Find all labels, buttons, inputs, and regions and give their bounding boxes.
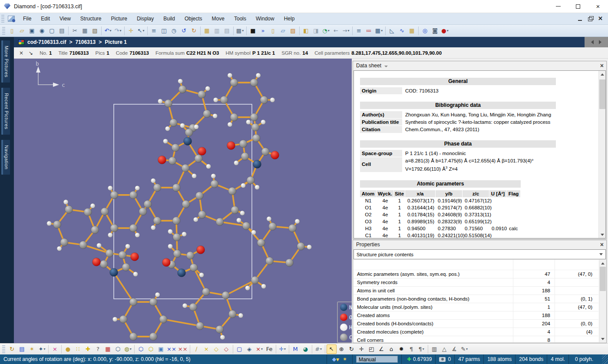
scroll-down-icon[interactable]	[599, 335, 606, 342]
atom-c[interactable]	[203, 110, 211, 118]
back-icon[interactable]: ←	[331, 26, 341, 36]
nav-prev-icon[interactable]	[591, 40, 594, 44]
pencil-icon[interactable]: ✎▾	[459, 344, 469, 354]
atom-h[interactable]	[240, 211, 245, 215]
video-icon[interactable]: ●▾	[440, 26, 450, 36]
atom-c[interactable]	[149, 298, 157, 306]
fill-sphere-icon[interactable]: ●	[63, 344, 73, 354]
atom-c[interactable]	[173, 233, 181, 241]
property-row[interactable]: Created molecules (complete)4(4)	[354, 328, 598, 336]
atom-h[interactable]	[182, 303, 187, 308]
menu-objects[interactable]: Objects	[180, 13, 207, 24]
hex-ring-blue-icon[interactable]: ⬡	[136, 344, 146, 354]
net-blue-icon[interactable]: ××	[166, 344, 177, 354]
atom-o[interactable]	[158, 156, 166, 164]
atom-c[interactable]	[182, 200, 190, 208]
resize-grip[interactable]	[602, 354, 608, 364]
atom-c[interactable]	[211, 180, 218, 188]
dropdown-arrow-icon[interactable]: ▾	[447, 29, 449, 33]
atom-o[interactable]	[197, 246, 205, 254]
fill-cell-icon[interactable]: ▦	[103, 344, 113, 354]
select-mode-icon[interactable]: ↖▾	[136, 26, 146, 36]
dropdown-arrow-icon[interactable]: ▾	[261, 347, 263, 351]
bond-x-icon[interactable]: ×	[202, 344, 211, 354]
atom-c[interactable]	[260, 96, 268, 104]
history-icon[interactable]: ◔▾	[321, 26, 331, 36]
atom-h[interactable]	[135, 233, 140, 238]
atom-c[interactable]	[53, 221, 61, 228]
atom-h[interactable]	[307, 245, 312, 249]
sidebar-tab-recent-pictures[interactable]: Recent Pictures	[1, 88, 10, 135]
document-icon[interactable]	[8, 16, 15, 22]
atom-h[interactable]	[246, 120, 251, 125]
atom-h[interactable]	[57, 246, 62, 251]
atom-h[interactable]	[126, 244, 130, 249]
sidebar-tab-more-pictures[interactable]: More Pictures	[1, 40, 10, 83]
atom-c[interactable]	[169, 119, 177, 127]
minimize-button[interactable]	[548, 0, 568, 13]
atom-c[interactable]	[122, 263, 130, 271]
properties-selector[interactable]: Structure picture contents	[354, 249, 606, 259]
angle-measure-icon[interactable]: ∡	[449, 344, 459, 354]
atom-table-row[interactable]: H34e10.945000.278300.715600.0910calc	[360, 225, 521, 232]
delete-red-icon[interactable]: ×▾	[254, 344, 264, 354]
dropdown-arrow-icon[interactable]: ▾	[284, 347, 286, 351]
menu-edit[interactable]: Edit	[36, 13, 55, 24]
atom-h[interactable]	[228, 73, 232, 78]
scroll-up-icon[interactable]	[599, 71, 606, 78]
atom-c[interactable]	[153, 184, 161, 192]
fill-molecule-icon[interactable]: ⬡	[113, 344, 123, 354]
breadcrumb-file[interactable]: cod-7106313.cif	[27, 39, 66, 45]
atom-h[interactable]	[245, 286, 250, 291]
scroll-thumb[interactable]	[600, 267, 606, 291]
atom-h[interactable]	[220, 335, 225, 340]
atom-h[interactable]	[193, 217, 198, 222]
atom-c[interactable]	[79, 241, 87, 249]
atom-c[interactable]	[119, 315, 127, 323]
atom-h[interactable]	[213, 113, 218, 118]
menu-move[interactable]: Move	[207, 13, 229, 24]
atom-c[interactable]	[172, 144, 179, 152]
table-redo-icon[interactable]: ▤	[222, 26, 232, 36]
atom-table-row[interactable]: O24e10.01784(15)0.24608(9)0.37313(11)	[360, 211, 521, 218]
toolbar-drag-handle-3[interactable]	[2, 345, 5, 353]
atom-h[interactable]	[180, 123, 185, 128]
atom-c[interactable]	[196, 322, 204, 330]
atom-c[interactable]	[288, 224, 296, 232]
print-icon[interactable]: ▤	[57, 26, 67, 36]
dropdown-arrow-icon[interactable]: ▾	[119, 29, 121, 33]
atom-n[interactable]	[178, 269, 186, 277]
atom-h[interactable]	[63, 200, 68, 205]
atom-h[interactable]	[178, 79, 183, 83]
bond-create-icon[interactable]: ∕	[192, 344, 202, 354]
atom-h[interactable]	[213, 98, 218, 103]
breadcrumb-structure[interactable]: 7106313	[75, 39, 96, 45]
atom-o[interactable]	[162, 258, 171, 267]
data-sheet-close-icon[interactable]: ×	[600, 63, 604, 69]
undo-icon[interactable]: ↶▾	[103, 26, 113, 36]
ring-red-icon[interactable]: ◇	[221, 344, 231, 354]
close-button[interactable]: ×	[588, 0, 608, 13]
menu-help[interactable]: Help	[279, 13, 300, 24]
property-row[interactable]: Molecular units (mol./polym. sites)1(47,…	[354, 303, 598, 311]
atom-c[interactable]	[285, 259, 293, 267]
atom-c[interactable]	[129, 224, 137, 232]
edit-add-icon[interactable]: ▤	[17, 344, 27, 354]
atom-c[interactable]	[231, 206, 239, 214]
scroll-up-icon[interactable]	[599, 260, 606, 267]
property-row[interactable]: Created bonds (H-bonds/contacts)204(0, 0…	[354, 320, 598, 328]
atom-h[interactable]	[192, 174, 197, 179]
new-picture-icon[interactable]: ▯	[268, 26, 278, 36]
m-symbol-icon[interactable]: M	[291, 344, 301, 354]
data-sheet-scrollbar[interactable]	[598, 71, 605, 238]
atom-table-row[interactable]: O34e10.89989(15)0.28323(9)0.65199(12)	[360, 218, 521, 225]
atom-c[interactable]	[169, 157, 176, 165]
atom-o[interactable]	[271, 151, 279, 159]
atom-h[interactable]	[112, 317, 117, 322]
atom-h[interactable]	[255, 185, 260, 190]
paste-icon[interactable]: ▧	[90, 26, 100, 36]
mdi-minimize-button[interactable]	[577, 16, 583, 21]
atom-c[interactable]	[110, 224, 118, 232]
atom-c[interactable]	[250, 79, 258, 86]
properties-close-icon[interactable]: ×	[600, 242, 604, 248]
